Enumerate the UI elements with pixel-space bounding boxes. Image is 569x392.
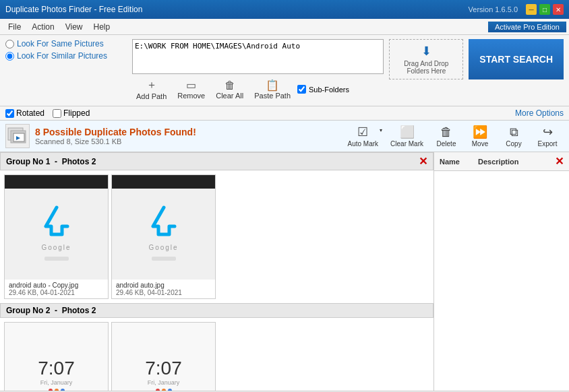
add-path-icon: ＋ xyxy=(146,78,157,92)
close-button[interactable]: ✕ xyxy=(553,4,564,15)
photo-2-thumb: Google xyxy=(112,175,215,280)
photo-1-name: android auto - Copy.jpg xyxy=(9,282,104,289)
table-row[interactable]: 7:07 Fri, January photo3.jpg 25.00 KB, 0… xyxy=(4,322,109,391)
title-bar: Duplicate Photos Finder - Free Edition V… xyxy=(0,0,569,19)
path-input[interactable]: E:\WORK FROM HOME\IMAGES\Android Auto xyxy=(132,39,384,74)
results-icon xyxy=(5,124,30,148)
dot-orange-2 xyxy=(162,389,166,391)
look-for-similar-label[interactable]: Look For Similar Pictures xyxy=(17,51,107,61)
look-for-same-row: Look For Same Pictures xyxy=(5,39,127,48)
drag-drop-area[interactable]: ⬇ Drag And Drop Folders Here xyxy=(389,39,463,79)
photo-1-thumb: Google xyxy=(5,175,108,280)
clock-sub-2: Fri, January xyxy=(148,379,180,386)
group-2-photos: 7:07 Fri, January photo3.jpg 25.00 KB, 0… xyxy=(0,318,433,391)
group-2: Group No 2 - Photos 2 7:07 Fri, January xyxy=(0,303,433,391)
title-bar-controls: Version 1.6.5.0 ─ □ ✕ xyxy=(469,4,564,15)
photo-1-info: android auto - Copy.jpg 29.46 KB, 04-01-… xyxy=(5,280,108,298)
version-label: Version 1.6.5.0 xyxy=(469,5,518,13)
aa-arrow-icon-2 xyxy=(144,201,184,241)
group-2-header[interactable]: Group No 2 - Photos 2 xyxy=(0,303,433,318)
more-options-link[interactable]: More Options xyxy=(515,108,564,118)
menu-help[interactable]: Help xyxy=(88,21,116,33)
photo-2-name: android auto.jpg xyxy=(116,282,211,289)
group-2-label: Group No 2 - Photos 2 xyxy=(6,306,96,315)
maximize-button[interactable]: □ xyxy=(539,4,550,15)
sub-folders-label[interactable]: Sub-Folders xyxy=(309,86,349,94)
clear-mark-button[interactable]: ⬜ Clear Mark xyxy=(385,123,429,149)
action-buttons: ☑ Auto Mark ▾ ⬜ Clear Mark 🗑 Delete ⏩ Mo… xyxy=(342,123,564,149)
flipped-checkbox[interactable] xyxy=(53,109,61,118)
dot-blue-2 xyxy=(168,389,172,391)
clear-all-button[interactable]: 🗑 Clear All xyxy=(212,78,247,101)
start-search-button[interactable]: START SEARCH xyxy=(469,39,564,79)
group-1-photos: Google android auto - Copy.jpg 29.46 KB,… xyxy=(0,170,433,303)
photo-1-meta: 29.46 KB, 04-01-2021 xyxy=(9,289,104,296)
group-1-close-icon[interactable]: ✕ xyxy=(419,155,427,168)
table-row[interactable]: 7:07 Fri, January photo4.jpg 25.00 KB, 0… xyxy=(111,322,216,391)
sub-folders-checkbox[interactable] xyxy=(297,85,306,94)
clear-all-icon: 🗑 xyxy=(224,79,235,92)
export-icon: ↪ xyxy=(543,125,553,139)
aa-google-text: Google xyxy=(41,244,71,251)
clock-time: 7:07 xyxy=(38,358,75,379)
look-for-same-label[interactable]: Look For Same Pictures xyxy=(17,39,104,48)
copy-button[interactable]: ⧉ Copy xyxy=(498,124,530,149)
subfolder-row: Sub-Folders xyxy=(297,85,349,94)
photo-topbar xyxy=(5,175,108,189)
table-row[interactable]: Google android auto - Copy.jpg 29.46 KB,… xyxy=(4,174,109,299)
group-1-header[interactable]: Group No 1 - Photos 2 ✕ xyxy=(0,152,433,170)
delete-button[interactable]: 🗑 Delete xyxy=(430,124,462,149)
photo-4-thumb: 7:07 Fri, January xyxy=(112,323,215,391)
android-auto-logo-2: Google xyxy=(144,201,184,261)
move-button[interactable]: ⏩ Move xyxy=(464,123,496,149)
clock-dots-2 xyxy=(156,389,172,391)
export-button[interactable]: ↪ Export xyxy=(531,123,564,149)
remove-button[interactable]: ▭ Remove xyxy=(173,77,209,101)
group-1: Group No 1 - Photos 2 ✕ xyxy=(0,152,433,303)
menu-view[interactable]: View xyxy=(60,21,88,33)
dot-red xyxy=(49,389,53,391)
menu-file[interactable]: File xyxy=(3,21,26,33)
activate-pro-button[interactable]: Activate Pro Edition xyxy=(488,22,566,32)
rotated-checkbox[interactable] xyxy=(5,109,14,118)
auto-mark-dropdown-arrow: ▾ xyxy=(380,127,382,133)
add-path-button[interactable]: ＋ Add Path xyxy=(132,77,171,102)
look-for-similar-radio[interactable] xyxy=(5,52,14,61)
drag-drop-icon: ⬇ xyxy=(421,44,431,59)
search-radio-options: Look For Same Pictures Look For Similar … xyxy=(5,39,127,61)
clock-time-2: 7:07 xyxy=(145,358,182,379)
results-subtitle: Scanned 8, Size 530.1 KB xyxy=(35,137,337,145)
look-for-same-radio[interactable] xyxy=(5,40,14,48)
path-buttons: ＋ Add Path ▭ Remove 🗑 Clear All 📋 Paste … xyxy=(132,77,384,102)
menu-action[interactable]: Action xyxy=(26,21,59,33)
aa-google-text-2: Google xyxy=(148,244,178,251)
dot-orange xyxy=(55,389,59,391)
table-row[interactable]: Google android auto.jpg 29.46 KB, 04-01-… xyxy=(111,174,216,299)
minimize-button[interactable]: ─ xyxy=(526,4,537,15)
path-section: E:\WORK FROM HOME\IMAGES\Android Auto ＋ … xyxy=(132,39,384,102)
results-title: 8 Possible Duplicate Photos Found! xyxy=(35,127,337,137)
paste-path-button[interactable]: 📋 Paste Path xyxy=(250,77,295,101)
photo-thumb-content: Google xyxy=(5,175,108,280)
clear-mark-icon: ⬜ xyxy=(400,125,415,139)
search-bar: Look For Same Pictures Look For Similar … xyxy=(0,35,569,106)
auto-mark-button[interactable]: ☑ Auto Mark ▾ xyxy=(342,123,384,149)
move-icon: ⏩ xyxy=(473,125,487,139)
groups-container: Group No 1 - Photos 2 ✕ xyxy=(0,152,433,391)
photo-thumb-content-2: Google xyxy=(112,175,215,280)
clock-sub: Fri, January xyxy=(40,379,73,386)
main-content: Group No 1 - Photos 2 ✕ xyxy=(0,152,569,391)
desc-col-header: Description xyxy=(478,158,555,166)
drag-drop-text1: Drag And Drop xyxy=(404,60,448,67)
clock-dots xyxy=(49,389,65,391)
rotated-label[interactable]: Rotated xyxy=(5,108,44,118)
right-panel-close-icon[interactable]: ✕ xyxy=(555,155,564,168)
photo2-topbar xyxy=(112,175,215,189)
flipped-label[interactable]: Flipped xyxy=(53,108,90,118)
aa-arrow-icon xyxy=(36,201,77,241)
aa-bar xyxy=(44,257,69,261)
dot-red-2 xyxy=(156,389,160,391)
app-title: Duplicate Photos Finder - Free Edition xyxy=(5,5,142,14)
right-panel-content xyxy=(434,171,569,391)
dot-blue xyxy=(61,389,65,391)
